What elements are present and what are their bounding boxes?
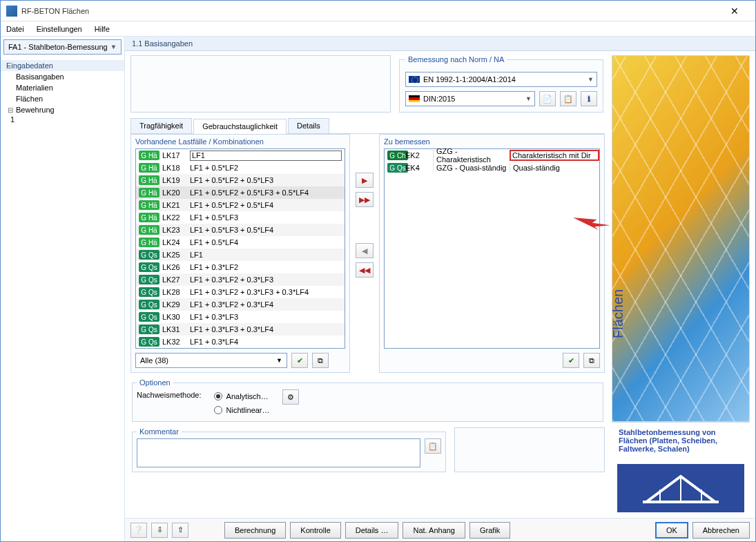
comment-pick-button[interactable]: 📋 — [425, 438, 441, 454]
list-item[interactable]: G HäLK23LF1 + 0.5*LF3 + 0.5*LF4 — [136, 224, 345, 236]
list-item[interactable]: G QsLK25LF1 — [136, 249, 345, 261]
list-item[interactable]: G QsLK32LF1 + 0.3*LF4 — [136, 336, 345, 348]
na-info-button[interactable]: ℹ — [581, 91, 597, 106]
tree-header: Eingabedaten — [1, 60, 124, 71]
menu-help[interactable]: Hilfe — [95, 25, 110, 33]
panel-title: 1.1 Basisangaben — [125, 37, 755, 51]
available-list[interactable]: G HäLK17G HäLK18LF1 + 0.5*LF2G HäLK19LF1… — [135, 148, 345, 349]
list-item[interactable]: G ChEK2GZG - CharakteristischCharakteris… — [385, 149, 599, 162]
app-icon — [6, 6, 17, 17]
selected-list[interactable]: G ChEK2GZG - CharakteristischCharakteris… — [384, 148, 600, 349]
move-right-button[interactable]: ▶ — [356, 173, 374, 188]
options-legend: Optionen — [137, 378, 173, 387]
list-item[interactable]: G HäLK20LF1 + 0.5*LF2 + 0.5*LF3 + 0.5*LF… — [136, 186, 345, 199]
radio-analytisch-label: Analytisch… — [226, 392, 269, 400]
eu-flag-icon — [409, 76, 420, 83]
chevron-down-icon: ▼ — [110, 43, 117, 50]
norm-group: Bemessung nach Norm / NA EN 1992-1-1:200… — [399, 55, 603, 113]
available-title: Vorhandene Lastfälle / Kombinationen — [135, 137, 345, 146]
comment-group: Kommentar 📋 — [132, 427, 446, 472]
selected-apply-button[interactable]: ✔ — [563, 353, 579, 368]
move-all-right-button[interactable]: ▶▶ — [356, 192, 374, 207]
comment-textarea[interactable] — [137, 438, 420, 467]
import-button[interactable]: ⇧ — [172, 523, 188, 538]
product-graphic: RF-BETON Flächen — [612, 55, 750, 422]
selected-title: Zu bemessen — [384, 137, 600, 146]
chevron-down-icon: ▼ — [276, 357, 282, 364]
na-select[interactable]: DIN:2015 ▼ — [405, 91, 535, 106]
filter-combo[interactable]: Alle (38) ▼ — [135, 353, 287, 368]
close-button[interactable]: ✕ — [719, 6, 750, 17]
menu-file[interactable]: Datei — [6, 25, 24, 33]
empty-box — [454, 427, 605, 472]
norm-select[interactable]: EN 1992-1-1:2004/A1:2014 ▼ — [405, 72, 597, 87]
list-item[interactable]: G HäLK24LF1 + 0.5*LF4 — [136, 236, 345, 249]
radio-nichtlinear[interactable] — [214, 406, 222, 414]
radio-nichtlinear-label: Nichtlinear… — [226, 406, 270, 414]
tab-details[interactable]: Details — [288, 118, 329, 133]
list-item[interactable]: G HäLK18LF1 + 0.5*LF2 — [136, 162, 345, 174]
list-item[interactable]: G QsLK26LF1 + 0.3*LF2 — [136, 261, 345, 273]
kontrolle-button[interactable]: Kontrolle — [290, 522, 340, 539]
titlebar: RF-BETON Flächen ✕ — [1, 1, 755, 21]
ok-button[interactable]: OK — [655, 522, 688, 539]
case-combo[interactable]: FA1 - Stahlbeton-Bemessung ▼ — [3, 39, 122, 55]
nav-tree: Eingabedaten Basisangaben Materialien Fl… — [1, 57, 124, 541]
norm-legend: Bemessung nach Norm / NA — [405, 55, 507, 64]
menu-settings[interactable]: Einstellungen — [37, 25, 82, 33]
preview-area — [130, 55, 391, 113]
filter-select-button[interactable]: ⧉ — [312, 353, 329, 368]
list-item[interactable]: G HäLK21LF1 + 0.5*LF2 + 0.5*LF4 — [136, 199, 345, 211]
window-title: RF-BETON Flächen — [21, 7, 719, 15]
list-item[interactable]: G QsLK30LF1 + 0.3*LF3 — [136, 311, 345, 323]
na-edit-button[interactable]: 📋 — [560, 91, 576, 106]
list-item[interactable]: G HäLK22LF1 + 0.5*LF3 — [136, 211, 345, 224]
na-value: DIN:2015 — [423, 95, 455, 103]
na-new-button[interactable]: 📄 — [539, 91, 556, 106]
tab-gebrauchstauglichkeit[interactable]: Gebrauchstauglichkeit — [193, 119, 287, 134]
comment-legend: Kommentar — [137, 427, 182, 436]
menubar: Datei Einstellungen Hilfe — [1, 21, 755, 37]
list-item-edit[interactable] — [190, 151, 342, 161]
abbrechen-button[interactable]: Abbrechen — [692, 522, 750, 539]
tree-item-basis[interactable]: Basisangaben — [1, 71, 124, 82]
list-item[interactable]: G HäLK19LF1 + 0.5*LF2 + 0.5*LF3 — [136, 174, 345, 186]
export-button[interactable]: ⇩ — [151, 523, 168, 538]
selected-select-button[interactable]: ⧉ — [583, 353, 600, 368]
de-flag-icon — [409, 95, 420, 102]
tree-item-flaechen[interactable]: Flächen — [1, 93, 124, 104]
case-combo-value: FA1 - Stahlbeton-Bemessung — [8, 43, 108, 51]
chevron-down-icon: ▼ — [525, 95, 532, 102]
tree-item-bewehrung[interactable]: Bewehrung — [8, 106, 124, 114]
tree-item-materialien[interactable]: Materialien — [1, 82, 124, 93]
list-item[interactable]: G QsLK29LF1 + 0.3*LF2 + 0.3*LF4 — [136, 298, 345, 311]
berechnung-button[interactable]: Berechnung — [224, 522, 286, 539]
radio-analytisch[interactable] — [214, 392, 222, 400]
list-item[interactable]: G QsLK27LF1 + 0.3*LF2 + 0.3*LF3 — [136, 273, 345, 286]
bottom-bar: ❔ ⇩ ⇧ Berechnung Kontrolle Details … Nat… — [125, 518, 755, 541]
list-item[interactable]: G QsLK31LF1 + 0.3*LF3 + 0.3*LF4 — [136, 323, 345, 336]
options-label: Nachweismethode: — [137, 389, 202, 399]
options-group: Optionen Nachweismethode: Analytisch… — [132, 378, 603, 422]
options-settings-button[interactable]: ⚙ — [282, 389, 299, 405]
move-left-button[interactable]: ◀ — [356, 243, 374, 258]
chevron-down-icon: ▼ — [588, 76, 594, 83]
list-item[interactable]: G QsLK28LF1 + 0.3*LF2 + 0.3*LF3 + 0.3*LF… — [136, 286, 345, 298]
natanhang-button[interactable]: Nat. Anhang — [403, 522, 465, 539]
tree-item-bewehrung-1[interactable]: 1 — [1, 114, 124, 125]
help-button[interactable]: ❔ — [130, 523, 147, 538]
list-item[interactable]: G HäLK17 — [136, 149, 345, 162]
tabs: Tragfähigkeit Gebrauchstauglichkeit Deta… — [130, 118, 605, 134]
filter-apply-button[interactable]: ✔ — [291, 353, 308, 368]
side-graphic-panel: RF-BETON Flächen Stahlbetonbemessung von… — [612, 55, 750, 518]
filter-value: Alle (38) — [140, 356, 168, 365]
product-description: Stahlbetonbemessung von Flächen (Platten… — [612, 422, 750, 458]
grafik-button[interactable]: Grafik — [469, 522, 510, 539]
move-all-left-button[interactable]: ◀◀ — [356, 262, 374, 278]
list-item[interactable]: GZTEK1GZT (STR/GEO) - Ständig / vorüberg… — [136, 348, 345, 349]
details-button[interactable]: Details … — [345, 522, 399, 539]
tab-tragfaehigkeit[interactable]: Tragfähigkeit — [130, 118, 192, 133]
norm-value: EN 1992-1-1:2004/A1:2014 — [423, 75, 516, 84]
product-badge — [617, 464, 744, 512]
transfer-buttons: ▶ ▶▶ ◀ ◀◀ — [356, 134, 374, 373]
